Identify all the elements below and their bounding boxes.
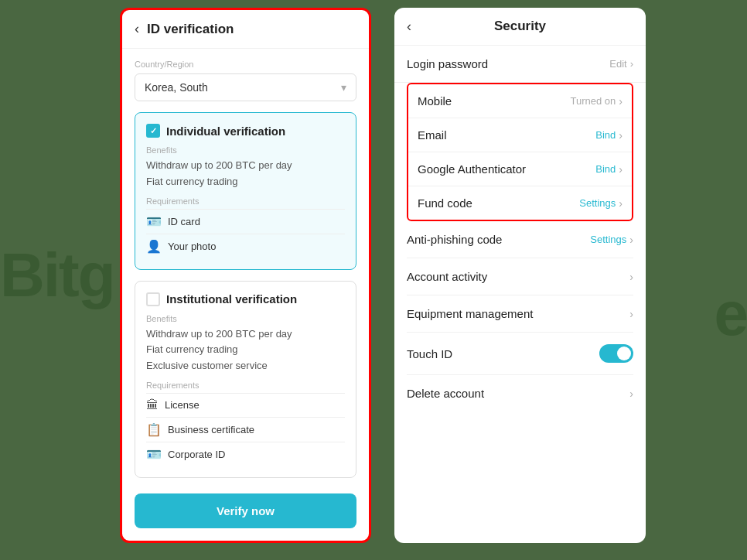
mobile-label: Mobile <box>418 94 452 108</box>
email-right: Bind › <box>595 129 622 142</box>
back-arrow-right[interactable]: ‹ <box>407 19 411 35</box>
inst-req-corporate-label: Corporate ID <box>168 449 225 460</box>
business-cert-icon: 📋 <box>146 422 162 437</box>
institutional-verification-card[interactable]: Institutional verification Benefits With… <box>135 281 356 478</box>
institutional-checkbox[interactable] <box>146 292 160 306</box>
anti-phishing-arrow: › <box>629 234 633 246</box>
google-auth-arrow: › <box>619 163 622 176</box>
login-password-label: Login password <box>407 57 488 70</box>
touch-id-item[interactable]: Touch ID <box>407 333 633 375</box>
anti-phishing-settings: Settings <box>590 234 626 245</box>
equipment-management-label: Equipment management <box>407 307 533 320</box>
mobile-right: Turned on › <box>571 95 622 108</box>
fund-code-arrow: › <box>619 197 622 210</box>
individual-req-id-label: ID card <box>168 216 200 227</box>
security-phone: ‹ Security Login password Edit › Mobile … <box>394 8 646 543</box>
account-activity-right: › <box>629 271 633 283</box>
email-arrow: › <box>619 129 622 142</box>
login-password-right: Edit › <box>609 58 633 70</box>
login-password-arrow: › <box>630 58 633 70</box>
equipment-management-right: › <box>629 308 633 320</box>
google-auth-item[interactable]: Google Authenticator Bind › <box>408 152 632 186</box>
inst-benefits-label: Benefits <box>146 314 345 323</box>
security-header: ‹ Security <box>394 8 646 46</box>
id-verification-phone: ‹ ID verification Country/Region Korea, … <box>120 8 371 543</box>
id-verification-title: ID verification <box>147 22 234 37</box>
mobile-item[interactable]: Mobile Turned on › <box>408 84 632 118</box>
license-icon: 🏛 <box>146 398 159 412</box>
equipment-management-arrow: › <box>629 308 633 320</box>
login-password-item[interactable]: Login password Edit › <box>394 46 646 83</box>
id-verification-content: Country/Region Korea, South ▾ Individual… <box>122 60 369 541</box>
individual-benefit-1: Withdraw up to 200 BTC per day <box>146 158 345 174</box>
individual-benefits-label: Benefits <box>146 145 345 155</box>
individual-checkbox[interactable] <box>146 124 160 138</box>
fund-code-label: Fund code <box>418 196 472 210</box>
google-auth-right: Bind › <box>595 163 622 176</box>
account-activity-item[interactable]: Account activity › <box>407 258 633 295</box>
inst-benefit-2: Fiat currency trading <box>146 342 345 358</box>
email-bind: Bind <box>595 129 616 141</box>
equipment-management-item[interactable]: Equipment management › <box>407 295 633 333</box>
delete-account-arrow: › <box>629 388 633 400</box>
inst-benefit-1: Withdraw up to 200 BTC per day <box>146 326 345 343</box>
security-title: Security <box>494 19 546 34</box>
mobile-arrow: › <box>619 95 622 108</box>
inst-benefit-3: Exclusive customer service <box>146 358 345 374</box>
individual-requirements-label: Requirements <box>146 196 345 206</box>
login-password-edit: Edit <box>609 58 626 70</box>
photo-icon: 👤 <box>146 239 162 254</box>
id-card-icon: 🪪 <box>146 214 162 229</box>
chevron-down-icon: ▾ <box>341 81 346 94</box>
anti-phishing-label: Anti-phishing code <box>407 233 502 246</box>
individual-req-photo-label: Your photo <box>168 241 216 252</box>
country-select[interactable]: Korea, South ▾ <box>135 73 356 101</box>
individual-card-title: Individual verification <box>166 125 285 138</box>
individual-benefit-2: Fiat currency trading <box>146 174 345 190</box>
institutional-card-title: Institutional verification <box>166 292 297 306</box>
email-label: Email <box>418 128 447 142</box>
institutional-card-header: Institutional verification <box>146 292 345 306</box>
individual-verification-card[interactable]: Individual verification Benefits Withdra… <box>135 112 356 270</box>
individual-req-photo: 👤 Your photo <box>146 234 345 258</box>
inst-requirements-label: Requirements <box>146 381 345 390</box>
fund-code-item[interactable]: Fund code Settings › <box>408 186 632 220</box>
phones-container: ‹ ID verification Country/Region Korea, … <box>120 8 747 543</box>
delete-account-label: Delete account <box>407 387 484 400</box>
security-red-box: Mobile Turned on › Email Bind › Google A… <box>407 83 633 221</box>
inst-req-license-label: License <box>165 399 200 411</box>
phone-left-header: ‹ ID verification <box>122 10 369 49</box>
individual-req-id: 🪪 ID card <box>146 209 345 234</box>
account-activity-arrow: › <box>629 271 633 283</box>
fund-code-right: Settings › <box>579 197 622 210</box>
delete-account-item[interactable]: Delete account › <box>407 375 633 411</box>
google-auth-bind: Bind <box>595 163 616 175</box>
verify-now-button[interactable]: Verify now <box>135 493 356 528</box>
mobile-status: Turned on <box>571 95 616 107</box>
country-value: Korea, South <box>145 81 208 94</box>
back-arrow-left[interactable]: ‹ <box>135 21 139 37</box>
brand-left: Bitg <box>0 240 114 311</box>
account-activity-label: Account activity <box>407 270 487 283</box>
email-item[interactable]: Email Bind › <box>408 118 632 152</box>
inst-req-business: 📋 Business certificate <box>146 417 345 442</box>
inst-req-business-label: Business certificate <box>168 424 254 435</box>
fund-code-settings: Settings <box>579 197 616 209</box>
delete-account-right: › <box>629 388 633 400</box>
inst-req-license: 🏛 License <box>146 393 345 417</box>
corporate-id-icon: 🪪 <box>146 447 162 462</box>
google-auth-label: Google Authenticator <box>418 162 526 176</box>
security-section-lower: Anti-phishing code Settings › Account ac… <box>394 221 646 411</box>
anti-phishing-right: Settings › <box>590 234 633 246</box>
anti-phishing-item[interactable]: Anti-phishing code Settings › <box>407 221 633 258</box>
individual-card-header: Individual verification <box>146 124 345 138</box>
inst-req-corporate: 🪪 Corporate ID <box>146 442 345 466</box>
touch-id-toggle[interactable] <box>599 344 633 363</box>
touch-id-label: Touch ID <box>407 347 452 360</box>
country-label: Country/Region <box>135 60 356 69</box>
